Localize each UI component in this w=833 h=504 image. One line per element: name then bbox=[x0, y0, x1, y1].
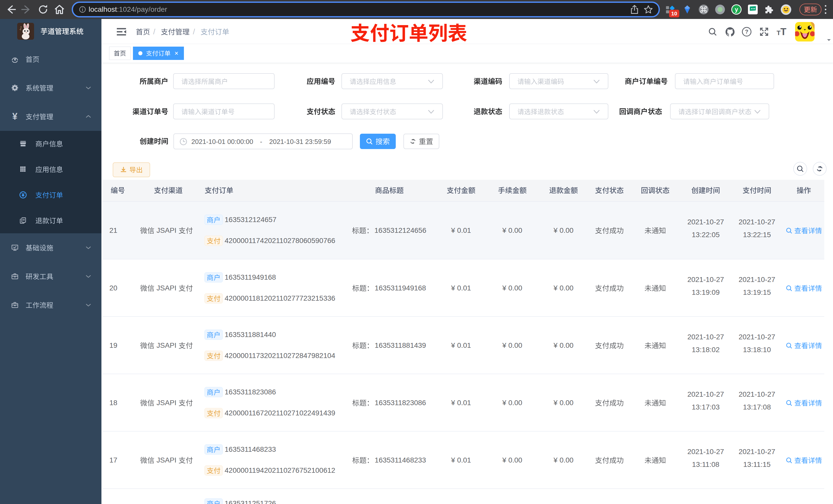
svg-text:T: T bbox=[777, 29, 781, 37]
svg-text:T: T bbox=[781, 27, 786, 37]
svg-text:y: y bbox=[735, 6, 738, 13]
svg-text:?: ? bbox=[745, 28, 748, 35]
